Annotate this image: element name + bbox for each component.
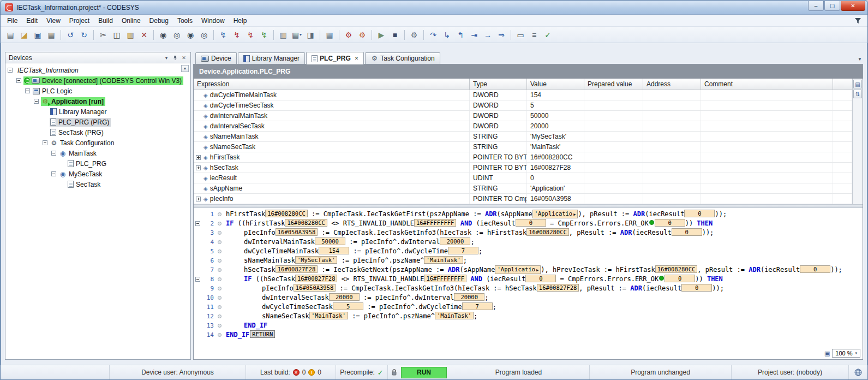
code-editor[interactable]: 1hFirstTask16#008280CC := CmpIecTask.Iec… [194,208,863,359]
column-header-value[interactable]: Value [527,79,584,90]
tree-node-mysectask[interactable]: ◉MySecTask [5,169,190,179]
find-in-project-button[interactable]: ◉ [184,28,197,41]
breakpoint-slot[interactable] [215,247,224,256]
save-button[interactable]: ▣ [31,28,44,41]
monitor-value-box[interactable]: 0 [516,219,546,227]
maximize-button[interactable]: ▢ [824,1,840,11]
column-header-prepared-value[interactable]: Prepared value [584,79,643,90]
tree-node-sectask-prg[interactable]: SecTask (PRG) [5,127,190,138]
clean-all-button[interactable]: ⚙ [356,28,369,41]
collapse-icon[interactable] [51,151,56,156]
tab-device[interactable]: Device [195,52,237,64]
monitor-value-box[interactable]: 20000 [329,293,360,301]
monitor-value-box[interactable]: 16#FFFFFFFF [414,219,457,227]
monitor-value-box[interactable]: 50000 [315,238,345,245]
zoom-mode-icon[interactable]: ▣ [824,350,830,357]
panel-close-icon[interactable]: ✕ [179,54,188,62]
watch-row-hsectask[interactable]: ◈hSecTaskPOINTER TO BYTE16#00827F28 [194,163,852,173]
monitor-value-box[interactable]: 16#00827F28 [537,284,579,292]
breakpoint-slot[interactable] [215,284,224,293]
replace-in-project-button[interactable]: ◎ [197,28,211,41]
force-values-button[interactable]: ↯ [230,28,243,41]
find-button[interactable]: ◉ [157,28,170,41]
breakpoint-slot[interactable] [215,256,224,265]
monitor-value-box[interactable]: 'Applicatio▶ [532,210,578,218]
tab-task-configuration[interactable]: ⚙Task Configuration [365,52,440,64]
paste-button[interactable]: ▥ [124,28,137,41]
tree-node-task-configuration[interactable]: ⚙Task Configuration [5,138,190,148]
undo-button[interactable]: ↺ [64,28,77,41]
column-header-address[interactable]: Address [643,79,701,90]
monitor-value-box[interactable]: 16#050A3958 [276,228,318,236]
menu-project[interactable]: Project [65,16,94,26]
monitor-value-box[interactable]: 16#FFFFFFFF [424,275,466,282]
add-object-button[interactable]: ▦▾ [290,28,303,41]
zoom-level-select[interactable]: 100 % ▾ [832,349,860,358]
menu-help[interactable]: Help [229,16,252,26]
add-pou-button[interactable]: ▥ [277,28,290,41]
column-header-type[interactable]: Type [470,79,527,90]
monitor-value-box[interactable]: 0 [681,284,712,292]
tree-node-application-run[interactable]: ⚙Application [run] [5,96,190,106]
tree-node-device-connected-codesys-control-win-v3[interactable]: Device [connected] (CODESYS Control Win … [5,75,190,86]
breakpoint-slot[interactable] [215,219,224,228]
column-header-comment[interactable]: Comment [701,79,833,90]
monitor-value-box[interactable]: 'MainTask' [435,312,474,319]
online-settings-button[interactable]: ⚙ [408,28,421,41]
step-out-button[interactable]: ↰ [454,28,467,41]
pin-icon[interactable] [171,54,179,62]
monitor-value-box[interactable]: 16#008280CC [265,210,308,217]
tree-node-plc-prg[interactable]: PLC_PRG [5,158,190,169]
menu-build[interactable]: Build [94,16,117,26]
monitor-value-box[interactable]: 16#050A3958 [294,284,336,292]
tree-node-plc-logic[interactable]: PLC Logic [5,86,190,96]
monitor-value-box[interactable]: 16#008280CC [526,228,569,236]
breakpoint-slot[interactable] [215,275,224,284]
breakpoint-slot[interactable] [215,293,224,302]
monitor-value-box[interactable]: 'MainTask' [309,312,348,319]
collapse-icon[interactable] [34,99,39,104]
tree-node-library-manager[interactable]: Library Manager [5,106,190,117]
close-icon[interactable]: ✕ [355,56,359,61]
copy-button[interactable]: ◫ [110,28,123,41]
watch-row-iecresult[interactable]: ◈iecResultUDINT0 [194,173,852,183]
watch-row-snamesectask[interactable]: ◈sNameSecTaskSTRING'MainTask' [194,142,852,152]
collapse-icon[interactable] [16,78,21,83]
watch-row-dwcycletimesectask[interactable]: ◈dwCycleTimeSecTaskDWORD5 [194,100,852,111]
watch-row-dwcycletimemaintask[interactable]: ◈dwCycleTimeMainTaskDWORD154 [194,90,852,100]
monitor-value-box[interactable]: 5 [333,302,363,310]
collapse-icon[interactable] [8,68,13,73]
menu-tools[interactable]: Tools [173,16,197,26]
tree-node-maintask[interactable]: ◉MainTask [5,148,190,158]
devices-toolbox-dropdown[interactable]: ▼ [181,65,189,72]
column-header-expression[interactable]: Expression [194,79,470,90]
monitor-value-box[interactable]: 0 [672,228,702,236]
fold-icon[interactable] [194,219,201,228]
cut-button[interactable]: ✂ [97,28,110,41]
menu-debug[interactable]: Debug [145,16,173,26]
monitor-value-box[interactable]: 16#008280CC [655,265,698,273]
tab-plc-prg[interactable]: PLC_PRG✕ [306,52,364,64]
open-file-button[interactable]: ◪ [17,28,31,41]
breakpoint-slot[interactable] [215,330,224,340]
show-current-statement-button[interactable]: ⇒ [495,28,508,41]
tree-node-sectask[interactable]: SecTask [5,179,190,189]
expand-icon[interactable] [196,197,201,201]
monitor-value-box[interactable]: 16#00827F28 [295,275,338,282]
monitor-value-box[interactable]: 'Applicatio▶ [495,265,541,274]
monitor-value-box[interactable]: 7 [448,247,478,254]
step-over-button[interactable]: ↷ [427,28,440,41]
monitor-value-box[interactable]: 'MainTask' [424,256,463,264]
menu-online[interactable]: Online [117,16,145,26]
tab-library-manager[interactable]: Library Manager [238,52,305,64]
monitor-value-box[interactable]: 0 [665,275,695,282]
edit-object-button[interactable]: ◨ [304,28,317,41]
watch-row-piecinfo[interactable]: ◈pIecInfoPOINTER TO CmpIe...16#050A3958 [194,194,852,204]
write-values-button[interactable]: ↯ [217,28,230,41]
splitter[interactable] [194,204,863,208]
tree-node-iectask-information[interactable]: IECTask_Information [5,65,190,75]
set-next-statement-button[interactable]: → [481,28,494,41]
monitor-value-box[interactable]: 154 [319,247,349,254]
globe-icon[interactable] [849,365,867,379]
breakpoint-slot[interactable] [215,238,224,247]
